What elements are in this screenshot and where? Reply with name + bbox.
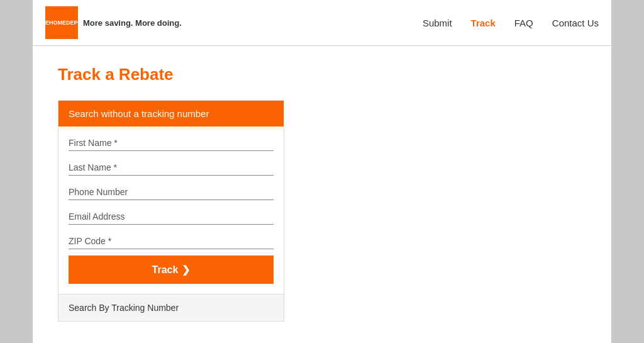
nav-submit[interactable]: Submit bbox=[423, 18, 452, 28]
header: THE HOME DEPOT More saving. More doing. … bbox=[33, 0, 611, 46]
main-content: Track a Rebate Search without a tracking… bbox=[33, 46, 611, 340]
phone-number-input[interactable] bbox=[69, 182, 274, 200]
form-body: Track ❯ bbox=[58, 127, 284, 294]
last-name-input[interactable] bbox=[69, 157, 274, 176]
form-card: Search without a tracking number bbox=[58, 100, 284, 322]
zip-code-field bbox=[69, 231, 274, 249]
email-address-field bbox=[69, 206, 274, 225]
email-address-input[interactable] bbox=[69, 206, 274, 225]
chevron-right-icon: ❯ bbox=[182, 264, 190, 276]
last-name-field bbox=[69, 157, 274, 176]
phone-number-field bbox=[69, 182, 274, 200]
first-name-field bbox=[69, 133, 274, 151]
track-button[interactable]: Track ❯ bbox=[69, 256, 274, 284]
page-title: Track a Rebate bbox=[58, 65, 586, 84]
first-name-input[interactable] bbox=[69, 133, 274, 151]
track-button-label: Track bbox=[152, 264, 179, 276]
tagline: More saving. More doing. bbox=[83, 18, 182, 28]
logo-area: THE HOME DEPOT More saving. More doing. bbox=[45, 6, 182, 39]
nav-contact-us[interactable]: Contact Us bbox=[552, 18, 599, 28]
nav-menu: Submit Track FAQ Contact Us bbox=[423, 18, 599, 28]
zip-code-input[interactable] bbox=[69, 231, 274, 249]
home-depot-logo: THE HOME DEPOT bbox=[45, 6, 78, 39]
form-card-header: Search without a tracking number bbox=[58, 101, 284, 127]
search-by-tracking-number[interactable]: Search By Tracking Number bbox=[58, 294, 284, 321]
nav-track[interactable]: Track bbox=[471, 18, 496, 28]
nav-faq[interactable]: FAQ bbox=[514, 18, 533, 28]
